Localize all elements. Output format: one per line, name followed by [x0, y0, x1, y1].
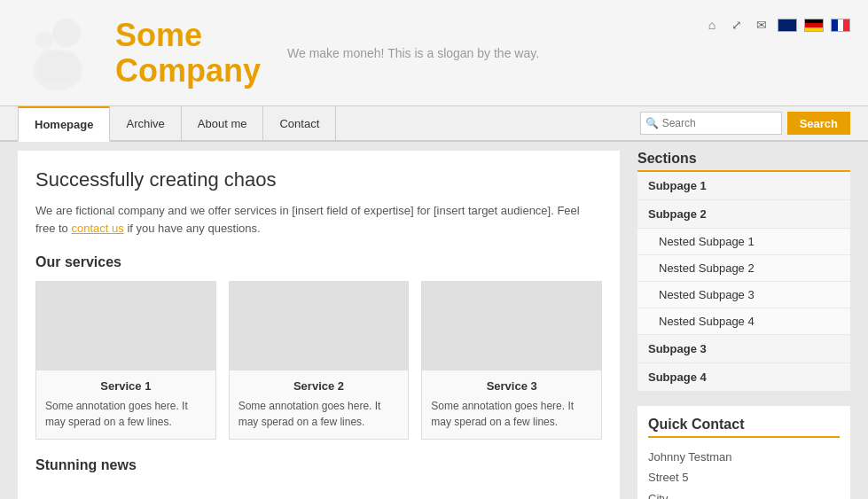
service-desc-2: Some annotation goes here. It may sperad… [239, 398, 400, 430]
expand-icon[interactable]: ⤢ [728, 16, 746, 34]
top-icons: ⌂ ⤢ ✉ [703, 9, 850, 34]
flag-de[interactable] [804, 19, 824, 32]
tab-homepage[interactable]: Homepage [18, 106, 110, 142]
content-area: Successfully creating chaos We are ficti… [18, 151, 620, 499]
tab-about-me[interactable]: About me [181, 106, 264, 140]
contact-city: City [648, 488, 840, 499]
quick-contact-panel: Quick Contact Johnny Testman Street 5 Ci… [637, 406, 850, 499]
mail-icon[interactable]: ✉ [753, 16, 770, 34]
flag-fr[interactable] [831, 19, 850, 32]
tab-archive[interactable]: Archive [109, 106, 181, 140]
service-image-3 [422, 282, 601, 370]
services-title: Our services [35, 254, 602, 270]
sidebar-item-subpage4[interactable]: Subpage 4 [637, 363, 850, 392]
company-name-block: Some Company [115, 18, 261, 88]
contact-name: Johnny Testman [648, 447, 840, 467]
news-title: Stunning news [35, 457, 602, 473]
search-button[interactable]: Search [787, 112, 850, 135]
home-icon[interactable]: ⌂ [703, 16, 721, 34]
service-name-2: Service 2 [239, 379, 400, 393]
sidebar: Sections Subpage 1 Subpage 2 Nested Subp… [637, 151, 850, 499]
service-desc-1: Some annotation goes here. It may sperad… [45, 398, 207, 430]
nav-bar: Homepage Archive About me Contact 🔍 Sear… [0, 106, 868, 142]
sidebar-item-subpage1[interactable]: Subpage 1 [637, 172, 850, 200]
sidebar-item-nested1[interactable]: Nested Subpage 1 [637, 229, 850, 255]
quick-contact-title: Quick Contact [648, 417, 840, 438]
quick-contact-info: Johnny Testman Street 5 City [648, 447, 840, 499]
tab-contact[interactable]: Contact [262, 106, 336, 140]
service-desc-3: Some annotation goes here. It may sperad… [431, 398, 592, 430]
svg-point-2 [35, 31, 53, 49]
sidebar-item-nested3[interactable]: Nested Subpage 3 [637, 282, 850, 308]
service-name-3: Service 3 [431, 379, 592, 393]
service-image-1 [36, 282, 215, 370]
company-name: Some Company [115, 18, 261, 88]
slogan: We make moneh! This is a slogan by the w… [287, 46, 539, 60]
contact-link[interactable]: contact us [71, 222, 123, 235]
sidebar-item-nested4[interactable]: Nested Subpage 4 [637, 308, 850, 335]
service-card-1: Service 1 Some annotation goes here. It … [35, 281, 216, 440]
search-wrapper: 🔍 [640, 112, 782, 135]
service-name-1: Service 1 [45, 379, 207, 393]
service-card-2: Service 2 Some annotation goes here. It … [229, 281, 410, 440]
main-wrapper: Successfully creating chaos We are ficti… [0, 142, 868, 499]
search-icon: 🔍 [645, 117, 659, 129]
logo-icon [18, 13, 106, 93]
sections-title: Sections [637, 151, 850, 172]
search-area: 🔍 Search [640, 112, 850, 135]
sections-panel: Sections Subpage 1 Subpage 2 Nested Subp… [637, 151, 850, 392]
contact-street: Street 5 [648, 467, 840, 487]
sidebar-item-subpage3[interactable]: Subpage 3 [637, 335, 850, 363]
header: Some Company We make moneh! This is a sl… [0, 0, 868, 106]
sections-list: Subpage 1 Subpage 2 Nested Subpage 1 Nes… [637, 172, 850, 392]
page-title: Successfully creating chaos [35, 168, 602, 191]
intro-text: We are fictional company and we offer se… [35, 202, 602, 237]
service-card-3: Service 3 Some annotation goes here. It … [421, 281, 602, 440]
service-image-2 [230, 282, 409, 370]
sidebar-item-subpage2[interactable]: Subpage 2 [637, 200, 850, 229]
logo-area: Some Company We make moneh! This is a sl… [18, 13, 703, 93]
flag-uk[interactable] [778, 19, 797, 32]
search-input[interactable] [640, 112, 782, 135]
nav-tabs: Homepage Archive About me Contact [18, 106, 335, 140]
svg-point-0 [52, 19, 81, 47]
sidebar-item-nested2[interactable]: Nested Subpage 2 [637, 255, 850, 282]
services-grid: Service 1 Some annotation goes here. It … [35, 281, 602, 440]
